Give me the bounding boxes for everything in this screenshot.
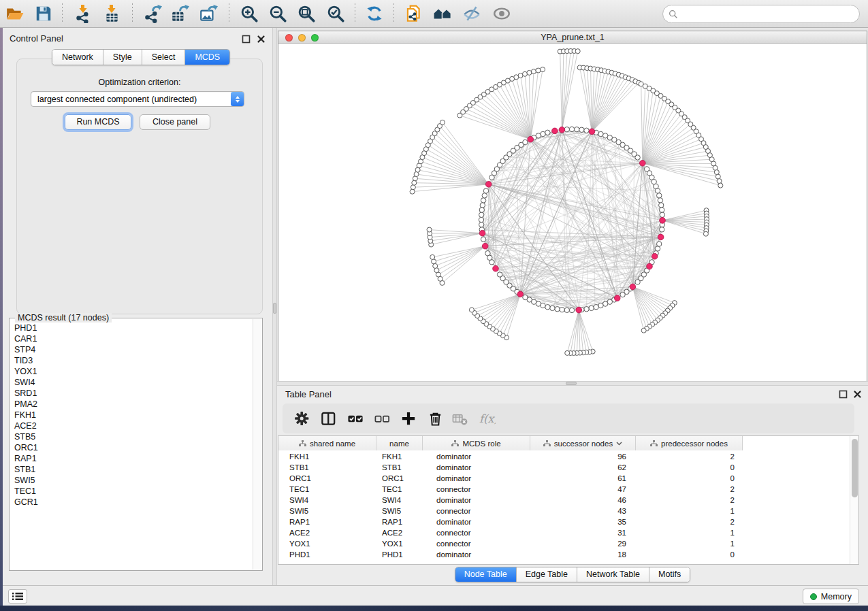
export-table-icon[interactable] [170, 4, 189, 23]
table-row[interactable]: FKH1FKH1dominator962 [278, 451, 850, 462]
add-column-icon[interactable] [400, 410, 417, 427]
tab-edge-table[interactable]: Edge Table [517, 567, 577, 582]
table-row[interactable]: SWI4SWI4dominator462 [278, 495, 850, 506]
column-header-successor-nodes[interactable]: successor nodes [530, 436, 636, 450]
mcds-result-scrollbar[interactable] [253, 319, 261, 569]
table-scrollbar[interactable] [850, 436, 858, 564]
mcds-result-item[interactable]: ACE2 [14, 420, 253, 431]
table-tabs: Node TableEdge TableNetwork TableMotifs [455, 567, 691, 582]
close-panel-icon[interactable] [257, 34, 266, 43]
table-row[interactable]: TEC1TEC1connector472 [278, 484, 850, 495]
float-panel-icon[interactable] [839, 389, 848, 398]
table-row[interactable]: SWI5SWI5connector431 [278, 506, 850, 516]
table-cell: connector [423, 527, 530, 538]
open-session-icon[interactable] [5, 4, 25, 23]
tab-mcds[interactable]: MCDS [185, 50, 229, 65]
tab-motifs[interactable]: Motifs [649, 567, 690, 582]
tab-node-table[interactable]: Node Table [455, 567, 517, 582]
memory-label: Memory [821, 592, 852, 601]
table-cell: 2 [636, 495, 743, 506]
mcds-result-item[interactable]: STB5 [14, 431, 253, 442]
home-view-icon[interactable] [433, 4, 452, 23]
task-history-button[interactable] [8, 589, 27, 604]
control-panel-title: Control Panel [10, 33, 63, 44]
refresh-icon[interactable] [365, 4, 384, 23]
tab-network-table[interactable]: Network Table [577, 567, 649, 582]
mcds-result-item[interactable]: YOX1 [14, 366, 253, 377]
memory-button[interactable]: Memory [803, 589, 859, 604]
mcds-result-item[interactable]: SRD1 [14, 388, 253, 399]
table-row[interactable]: YOX1YOX1connector291 [278, 538, 850, 549]
table-row[interactable]: STB1STB1dominator620 [278, 462, 850, 473]
mcds-result-item[interactable]: SWI5 [14, 475, 253, 486]
mcds-result-item[interactable]: PMA2 [14, 399, 253, 410]
deselect-all-rows-icon[interactable] [374, 410, 391, 427]
table-cell: 62 [530, 462, 636, 473]
table-row[interactable]: ORC1ORC1dominator610 [278, 473, 850, 484]
float-panel-icon[interactable] [242, 34, 251, 43]
mcds-result-item[interactable]: GCR1 [14, 497, 253, 508]
search-icon [669, 10, 678, 19]
mcds-result-list[interactable]: PHD1CAR1STP4TID3YOX1SWI4SRD1PMA2FKH1ACE2… [10, 323, 253, 569]
table-panel-titlebar: Table Panel [277, 386, 868, 402]
table-settings-gear-icon[interactable] [293, 410, 310, 427]
copy-network-icon[interactable] [404, 4, 423, 23]
search-field[interactable] [662, 5, 860, 23]
table-body[interactable]: FKH1FKH1dominator962STB1STB1dominator620… [278, 451, 850, 564]
column-visibility-icon[interactable] [320, 410, 337, 427]
mcds-result-item[interactable]: TEC1 [14, 486, 253, 497]
mcds-result-item[interactable]: STP4 [14, 344, 253, 355]
column-header-shared-name[interactable]: shared name [278, 436, 376, 450]
tab-network[interactable]: Network [52, 50, 103, 65]
optimization-criterion-select[interactable]: largest connected component (undirected) [31, 91, 244, 107]
zoom-fit-icon[interactable] [297, 4, 316, 23]
select-all-rows-icon[interactable] [347, 410, 364, 427]
table-row[interactable]: RAP1RAP1dominator352 [278, 516, 850, 527]
vertical-split-divider[interactable] [272, 28, 277, 585]
scrollbar-thumb[interactable] [852, 439, 858, 497]
network-graph[interactable] [278, 44, 867, 380]
mcds-result-item[interactable]: PHD1 [14, 323, 253, 333]
hide-details-icon[interactable] [462, 4, 481, 23]
table-row[interactable]: ACE2ACE2connector311 [278, 527, 850, 538]
close-panel-button[interactable]: Close panel [140, 114, 210, 130]
mcds-result-item[interactable]: SWI4 [14, 377, 253, 388]
import-network-icon[interactable] [74, 4, 93, 23]
save-session-icon[interactable] [34, 4, 53, 23]
mcds-result-item[interactable]: ORC1 [14, 442, 253, 453]
zoom-selected-icon[interactable] [326, 4, 345, 23]
column-header-predecessor-nodes[interactable]: predecessor nodes [636, 436, 743, 450]
table-cell: connector [423, 538, 530, 549]
split-grip[interactable] [273, 303, 276, 314]
mcds-result-item[interactable]: STB1 [14, 464, 253, 475]
run-mcds-button[interactable]: Run MCDS [65, 114, 131, 130]
table-cell: RAP1 [376, 516, 423, 527]
delete-column-icon[interactable] [427, 410, 444, 427]
delete-table-icon [451, 410, 468, 427]
network-canvas[interactable] [278, 44, 867, 380]
export-image-icon[interactable] [199, 4, 218, 23]
zoom-in-icon[interactable] [240, 4, 259, 23]
horizontal-split-divider[interactable] [277, 381, 868, 386]
show-details-icon[interactable] [492, 4, 511, 23]
table-cell: 1 [636, 527, 743, 538]
column-header-MCDS-role[interactable]: MCDS role [423, 436, 530, 450]
table-header-row: shared namenameMCDS rolesuccessor nodesp… [278, 436, 743, 450]
close-panel-icon[interactable] [853, 389, 862, 398]
mcds-result-item[interactable]: RAP1 [14, 453, 253, 464]
import-table-icon[interactable] [102, 4, 121, 23]
search-input[interactable] [678, 7, 859, 21]
table-cell: SWI5 [376, 506, 423, 516]
column-header-name[interactable]: name [376, 436, 423, 450]
tab-select[interactable]: Select [142, 50, 186, 65]
export-network-icon[interactable] [143, 4, 162, 23]
mcds-result-item[interactable]: CAR1 [14, 333, 253, 344]
mcds-result-item[interactable]: FKH1 [14, 410, 253, 420]
tab-style[interactable]: Style [103, 50, 142, 65]
mcds-result-item[interactable]: TID3 [14, 355, 253, 366]
table-cell: ACE2 [376, 527, 423, 538]
split-grip[interactable] [566, 382, 577, 385]
table-panel: Table Panel f(x) shared namenameMCDS rol… [277, 386, 868, 585]
zoom-out-icon[interactable] [268, 4, 287, 23]
table-row[interactable]: PHD1PHD1dominator180 [278, 549, 850, 560]
